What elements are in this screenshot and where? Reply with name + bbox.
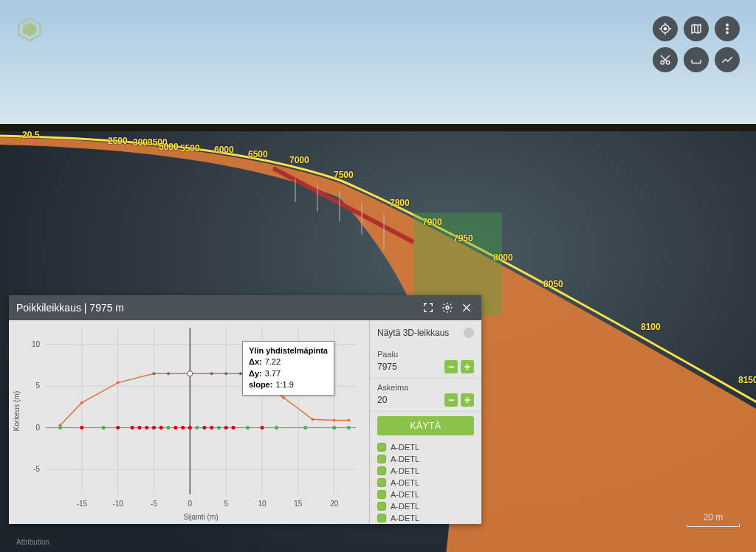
more-button[interactable] — [715, 16, 740, 41]
svg-point-85 — [58, 426, 62, 429]
close-icon[interactable] — [459, 300, 474, 315]
layer-checkbox[interactable] — [377, 490, 386, 499]
svg-point-68 — [333, 418, 336, 421]
layer-checkbox[interactable] — [377, 514, 386, 522]
ruler-button[interactable] — [684, 47, 709, 72]
svg-text:0: 0 — [188, 500, 193, 508]
svg-text:5: 5 — [35, 382, 40, 390]
svg-point-57 — [80, 401, 83, 404]
layer-row[interactable]: A-DETL — [374, 453, 477, 465]
apply-button[interactable]: KÄYTÄ — [377, 416, 474, 435]
layer-label: A-DETL — [391, 455, 419, 463]
step-minus-button[interactable]: − — [444, 393, 458, 407]
svg-point-18 — [726, 32, 728, 33]
layer-label: A-DETL — [391, 478, 419, 487]
layer-checkbox[interactable] — [377, 466, 386, 475]
svg-text:10: 10 — [32, 340, 41, 348]
svg-point-67 — [311, 418, 314, 421]
svg-point-88 — [196, 426, 199, 429]
fullscreen-icon[interactable] — [421, 300, 436, 315]
layer-row[interactable]: A-DETL — [374, 441, 477, 453]
svg-point-70 — [80, 426, 83, 429]
layer-checkbox[interactable] — [377, 478, 386, 487]
cross-section-chart[interactable]: -15-10-505101520-50510Korkeus (m)Sijaint… — [9, 320, 369, 524]
layer-checkbox[interactable] — [377, 455, 386, 463]
layer-checkbox[interactable] — [377, 443, 386, 452]
svg-point-84 — [261, 426, 264, 429]
svg-point-75 — [152, 426, 156, 429]
viewport: 20.5250030003500500055006000650070007500… — [0, 0, 756, 552]
layer-label: A-DETL — [391, 466, 419, 475]
svg-point-94 — [347, 426, 351, 429]
cross-section-panel: Poikkileikkaus | 7975 m -15-10-505101520… — [9, 295, 481, 524]
svg-point-80 — [202, 426, 206, 429]
svg-point-89 — [217, 426, 221, 429]
step-plus-button[interactable]: + — [461, 393, 474, 407]
layer-label: A-DETL — [391, 502, 419, 511]
svg-text:-5: -5 — [151, 500, 157, 508]
svg-point-72 — [131, 426, 134, 429]
svg-point-77 — [173, 426, 177, 429]
svg-point-9 — [664, 28, 667, 30]
layer-label: A-DETL — [391, 443, 419, 452]
svg-point-86 — [102, 426, 106, 429]
cut-button[interactable] — [653, 47, 678, 72]
layer-checkbox[interactable] — [377, 502, 386, 511]
svg-point-58 — [117, 382, 120, 384]
gear-icon[interactable] — [440, 300, 455, 315]
svg-point-62 — [210, 372, 213, 375]
svg-point-60 — [167, 372, 170, 375]
layer-row[interactable]: A-DETL — [374, 489, 477, 500]
svg-point-17 — [726, 28, 728, 30]
layer-row[interactable]: A-DETL — [374, 477, 477, 489]
svg-text:10: 10 — [258, 500, 267, 508]
station-minus-button[interactable]: − — [444, 360, 458, 373]
svg-point-79 — [188, 426, 192, 429]
app-logo[interactable] — [16, 16, 43, 43]
svg-text:Korkeus (m): Korkeus (m) — [13, 391, 21, 431]
toggle3d-switch[interactable] — [464, 328, 474, 338]
layer-label: A-DETL — [391, 490, 419, 499]
panel-sidebar: Näytä 3D-leikkaus Paalu 7975 − + Askelma… — [369, 320, 481, 524]
svg-text:-5: -5 — [33, 465, 40, 473]
svg-text:20: 20 — [330, 500, 339, 508]
chart-tooltip: Ylin yhdistelmäpinta Δx:7.22 Δy:3.77 slo… — [242, 341, 334, 396]
station-field-label: Paalu — [377, 350, 474, 359]
svg-point-69 — [347, 418, 350, 421]
layer-label: A-DETL — [391, 514, 419, 522]
svg-text:0: 0 — [35, 424, 40, 432]
toggle3d-label: Näytä 3D-leikkaus — [377, 328, 449, 338]
layer-row[interactable]: A-DETL — [374, 500, 477, 512]
svg-marker-7 — [23, 23, 36, 36]
map-button[interactable] — [684, 16, 709, 41]
station-plus-button[interactable]: + — [461, 360, 474, 373]
step-value: 20 — [377, 395, 441, 405]
station-value: 7975 — [377, 362, 441, 372]
horizon — [0, 124, 756, 131]
svg-text:-15: -15 — [77, 500, 88, 508]
svg-point-93 — [332, 426, 336, 429]
svg-point-66 — [282, 396, 285, 399]
svg-point-74 — [145, 426, 148, 429]
svg-point-26 — [446, 306, 449, 309]
profile-button[interactable] — [715, 47, 740, 72]
locate-button[interactable] — [653, 16, 678, 41]
svg-point-91 — [275, 426, 278, 429]
layer-row[interactable]: A-DETL — [374, 512, 477, 524]
svg-point-92 — [303, 426, 307, 429]
svg-point-16 — [726, 24, 728, 26]
panel-header[interactable]: Poikkileikkaus | 7975 m — [9, 295, 481, 320]
svg-text:Sijainti (m): Sijainti (m) — [183, 513, 218, 521]
svg-point-83 — [231, 426, 235, 429]
svg-point-63 — [224, 372, 227, 375]
layer-list: A-DETLA-DETLA-DETLA-DETLA-DETLA-DETLA-DE… — [370, 440, 481, 524]
svg-point-78 — [181, 426, 185, 429]
layer-row[interactable]: A-DETL — [374, 465, 477, 477]
svg-point-76 — [159, 426, 163, 429]
svg-text:-10: -10 — [112, 500, 123, 508]
svg-point-73 — [137, 426, 141, 429]
attribution-link[interactable]: Attribution — [16, 538, 49, 546]
svg-text:15: 15 — [294, 500, 303, 508]
svg-point-59 — [153, 372, 156, 375]
svg-point-82 — [224, 426, 228, 429]
